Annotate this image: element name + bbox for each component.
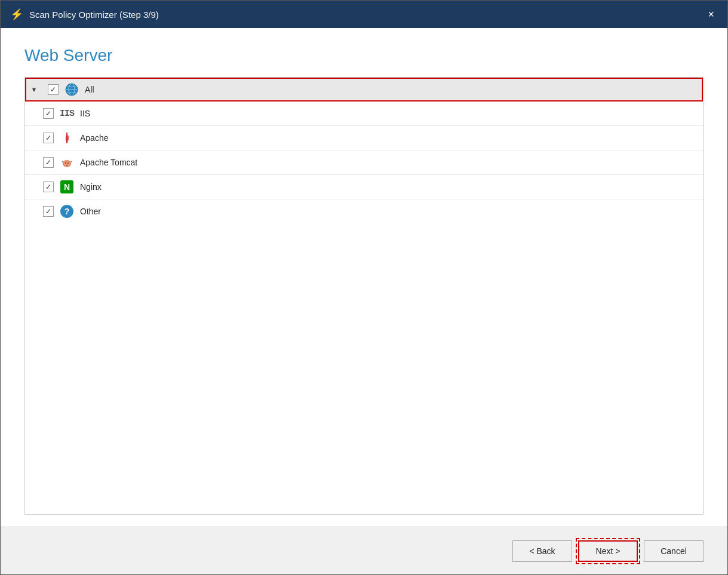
dialog-title: Scan Policy Optimizer (Step 3/9) (29, 10, 159, 20)
label-tomcat: Apache Tomcat (80, 158, 137, 167)
nginx-icon: N (60, 180, 74, 194)
next-button[interactable]: Next > (578, 540, 638, 562)
list-item-tomcat[interactable]: ✓ Apache To (25, 150, 703, 175)
title-bar-left: ⚡ Scan Policy Optimizer (Step 3/9) (10, 8, 159, 21)
globe-icon (64, 82, 79, 97)
label-nginx: Nginx (80, 182, 102, 192)
iis-icon: IIS (60, 106, 74, 121)
checkbox-apache[interactable]: ✓ (43, 133, 54, 143)
tomcat-icon (60, 155, 74, 170)
checkbox-nginx[interactable]: ✓ (43, 182, 54, 192)
checkbox-all[interactable]: ✓ (48, 84, 59, 95)
expand-arrow-all: ▾ (32, 85, 42, 94)
label-other: Other (80, 207, 101, 216)
checkbox-other[interactable]: ✓ (43, 206, 54, 217)
list-item-iis[interactable]: ✓ IIS IIS (25, 102, 703, 126)
dialog: ⚡ Scan Policy Optimizer (Step 3/9) × Web… (0, 0, 728, 575)
label-iis: IIS (80, 109, 90, 118)
svg-point-12 (67, 162, 69, 164)
footer: < Back Next > Cancel (1, 527, 727, 574)
list-item-nginx[interactable]: ✓ N Nginx (25, 175, 703, 199)
back-button[interactable]: < Back (512, 540, 572, 562)
apache-icon (60, 131, 74, 145)
list-item-other[interactable]: ✓ ? Other (25, 199, 703, 223)
content-area: Web Server ▾ ✓ All (1, 28, 727, 527)
title-bar: ⚡ Scan Policy Optimizer (Step 3/9) × (1, 1, 727, 28)
checkbox-tomcat[interactable]: ✓ (43, 157, 54, 168)
checkbox-iis[interactable]: ✓ (43, 108, 54, 119)
svg-point-11 (65, 162, 66, 164)
list-item-all[interactable]: ▾ ✓ All (25, 78, 703, 102)
list-item-apache[interactable]: ✓ Apache (25, 126, 703, 150)
app-icon: ⚡ (10, 8, 23, 21)
label-all: All (85, 85, 94, 94)
cancel-button[interactable]: Cancel (644, 540, 704, 562)
other-icon: ? (60, 204, 74, 219)
close-button[interactable]: × (704, 8, 718, 21)
page-title: Web Server (24, 46, 704, 65)
server-list[interactable]: ▾ ✓ All ✓ IIS (24, 77, 704, 515)
label-apache: Apache (80, 133, 108, 143)
